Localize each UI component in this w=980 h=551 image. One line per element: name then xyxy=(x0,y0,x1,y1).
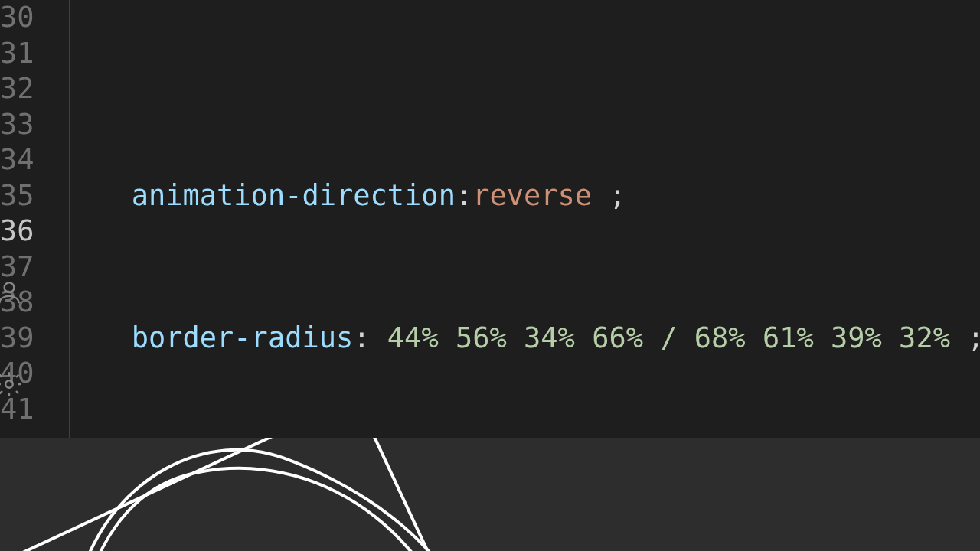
line-number: 30 xyxy=(0,0,34,36)
loader-animation xyxy=(61,461,459,551)
live-preview-panel xyxy=(0,438,980,551)
svg-point-0 xyxy=(5,282,15,292)
line-number: 32 xyxy=(0,71,34,107)
line-number: 33 xyxy=(0,107,34,143)
svg-point-1 xyxy=(5,380,13,388)
code-line[interactable]: animation-direction:reverse ; xyxy=(64,178,980,214)
line-number: 39 xyxy=(0,321,34,357)
line-number: 36 xyxy=(0,214,34,249)
code-editor[interactable]: 30 31 32 33 34 35 36 37 38 39 40 41 anim… xyxy=(0,0,980,438)
code-line[interactable]: border-radius: 44% 56% 34% 66% / 68% 61%… xyxy=(64,321,980,357)
account-icon[interactable] xyxy=(0,276,26,309)
line-number: 34 xyxy=(0,142,34,178)
line-number: 31 xyxy=(0,36,34,72)
line-number: 35 xyxy=(0,178,34,214)
gear-icon[interactable] xyxy=(0,367,26,401)
code-area[interactable]: animation-direction:reverse ; border-rad… xyxy=(64,0,980,438)
